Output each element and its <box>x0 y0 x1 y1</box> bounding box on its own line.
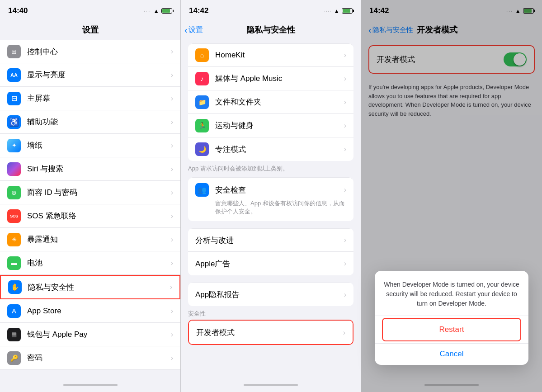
privacy-label: 隐私与安全性 <box>28 282 170 293</box>
appstore-icon: A <box>7 304 21 318</box>
wallpaper-icon: ✦ <box>7 139 21 152</box>
chevron-apple-music: › <box>344 75 346 83</box>
battery-icon-2 <box>342 8 353 14</box>
homekit-label: HomeKit <box>215 51 344 60</box>
apple-ads-label: Apple广告 <box>195 259 344 269</box>
display-label: 显示与亮度 <box>27 70 171 80</box>
chevron-fitness: › <box>344 122 346 130</box>
chevron-accessibility: › <box>171 118 173 126</box>
safety-note: 留意哪些人、App 和设备有权访问你的信息，从而保护个人安全。 <box>215 199 346 216</box>
fitness-label: 运动与健身 <box>215 120 344 131</box>
chevron-exposure: › <box>171 236 173 244</box>
files-label: 文件和文件夹 <box>215 97 344 107</box>
battery-label: 电池 <box>27 258 171 268</box>
settings-item-files[interactable]: 📁 文件和文件夹 › <box>188 90 353 114</box>
password-icon: 🔑 <box>7 351 21 365</box>
chevron-privacy: › <box>170 283 172 291</box>
settings-item-privacy-report[interactable]: App隐私报告 › <box>188 283 353 306</box>
settings-item-apple-music[interactable]: ♪ 媒体与 Apple Music › <box>188 67 353 90</box>
settings-list-1: ⊞ 控制中心 › AA 显示与亮度 › ⊟ 主屏幕 › ♿ 辅助功能 › ✦ 墙… <box>0 40 180 378</box>
panel2-title: 隐私与安全性 <box>246 24 295 35</box>
settings-item-home[interactable]: ⊟ 主屏幕 › <box>0 87 180 110</box>
status-bar-2: 14:42 ···· ▲ <box>181 0 361 20</box>
wallet-icon: ▤ <box>7 328 21 341</box>
files-icon: 📁 <box>195 95 209 109</box>
settings-item-appstore[interactable]: A App Store › <box>0 299 180 323</box>
settings-item-analytics[interactable]: 分析与改进 › <box>188 228 353 252</box>
chevron-privacy-report: › <box>344 291 346 299</box>
settings-item-wallet[interactable]: ▤ 钱包与 Apple Pay › <box>0 323 180 346</box>
chevron-wallpaper: › <box>171 142 173 150</box>
settings-item-control-center[interactable]: ⊞ 控制中心 › <box>0 40 180 63</box>
dev-mode-list-label: 开发者模式 <box>196 327 343 338</box>
settings-item-display[interactable]: AA 显示与亮度 › <box>0 63 180 87</box>
home-bar-line-1 <box>63 384 118 386</box>
safety-check-row: 👥 安全检查 › <box>195 183 346 197</box>
wallpaper-label: 墙纸 <box>27 140 171 151</box>
settings-item-dev-mode[interactable]: 开发者模式 › <box>189 321 353 344</box>
display-icon: AA <box>7 68 21 82</box>
settings-item-exposure[interactable]: ✳ 暴露通知 › <box>0 228 180 251</box>
settings-item-password[interactable]: 🔑 密码 › <box>0 346 180 370</box>
settings-item-fitness[interactable]: 🏃 运动与健身 › <box>188 114 353 137</box>
alert-box: When Developer Mode is turned on, your d… <box>375 271 528 365</box>
settings-item-wallpaper[interactable]: ✦ 墙纸 › <box>0 134 180 157</box>
time-1: 14:40 <box>8 6 28 15</box>
dev-mode-group: 开发者模式 › <box>188 320 353 345</box>
wallet-label: 钱包与 Apple Pay <box>27 329 171 340</box>
exposure-label: 暴露通知 <box>27 234 171 245</box>
face-id-icon: ⊕ <box>7 186 21 199</box>
sos-label: SOS 紧急联络 <box>27 211 171 221</box>
control-center-icon: ⊞ <box>7 45 21 58</box>
security-header: 安全性 <box>181 306 361 320</box>
siri-label: Siri 与搜索 <box>27 164 171 174</box>
settings-item-battery[interactable]: ▬ 电池 › <box>0 251 180 275</box>
settings-item-privacy[interactable]: ✋ 隐私与安全性 › <box>0 275 180 299</box>
fitness-icon: 🏃 <box>195 119 209 132</box>
cancel-button[interactable]: Cancel <box>382 343 521 365</box>
chevron-dev-mode: › <box>343 329 345 337</box>
status-icons-1: ···· ▲ <box>144 8 172 14</box>
privacy-report-label: App隐私报告 <box>195 289 344 300</box>
privacy-report-group: App隐私报告 › <box>188 283 353 306</box>
chevron-sos: › <box>171 212 173 220</box>
nav-back-label-2: 设置 <box>189 25 203 35</box>
home-bar-1 <box>0 378 180 392</box>
settings-panel: 14:40 ···· ▲ 设置 ⊞ 控制中心 › AA 显示与亮度 › ⊟ <box>0 0 181 392</box>
apple-music-label: 媒体与 Apple Music <box>215 73 344 84</box>
chevron-face-id: › <box>171 189 173 197</box>
panel1-title: 设置 <box>82 24 99 35</box>
battery-fill-1 <box>162 9 170 13</box>
home-bar-3 <box>361 378 542 392</box>
chevron-password: › <box>171 354 173 362</box>
accessibility-icon: ♿ <box>7 115 21 129</box>
chevron-display: › <box>171 71 173 79</box>
privacy-icon: ✋ <box>8 280 22 294</box>
nav-back-2[interactable]: ‹ 设置 <box>184 25 203 35</box>
settings-item-sos[interactable]: SOS SOS 紧急联络 › <box>0 204 180 228</box>
chevron-focus: › <box>344 145 346 153</box>
home-bar-line-2 <box>244 384 298 386</box>
signal-icon-1: ···· <box>144 8 151 14</box>
chevron-safety: › <box>344 186 346 194</box>
settings-item-apple-ads[interactable]: Apple广告 › <box>188 252 353 275</box>
restart-button[interactable]: Restart <box>382 318 521 341</box>
chevron-wallet: › <box>171 331 173 339</box>
apple-music-icon: ♪ <box>195 72 209 85</box>
chevron-homekit: › <box>344 51 346 59</box>
wifi-icon-1: ▲ <box>153 8 159 14</box>
settings-item-focus[interactable]: 🌙 专注模式 › <box>188 137 353 161</box>
chevron-control-center: › <box>171 47 173 56</box>
settings-item-safety[interactable]: 👥 安全检查 › 留意哪些人、App 和设备有权访问你的信息，从而保护个人安全。 <box>188 177 353 221</box>
settings-item-siri[interactable]: Siri 与搜索 › <box>0 157 180 181</box>
settings-item-accessibility[interactable]: ♿ 辅助功能 › <box>0 110 180 134</box>
settings-item-homekit[interactable]: ⌂ HomeKit › <box>188 43 353 67</box>
accessibility-label: 辅助功能 <box>27 117 171 127</box>
control-center-label: 控制中心 <box>27 47 171 57</box>
chevron-apple-ads: › <box>344 260 346 268</box>
appstore-label: App Store <box>27 307 171 316</box>
safety-check-group: 👥 安全检查 › 留意哪些人、App 和设备有权访问你的信息，从而保护个人安全。 <box>188 177 353 221</box>
status-bar-1: 14:40 ···· ▲ <box>0 0 180 20</box>
settings-item-face-id[interactable]: ⊕ 面容 ID 与密码 › <box>0 181 180 204</box>
chevron-files: › <box>344 98 346 106</box>
